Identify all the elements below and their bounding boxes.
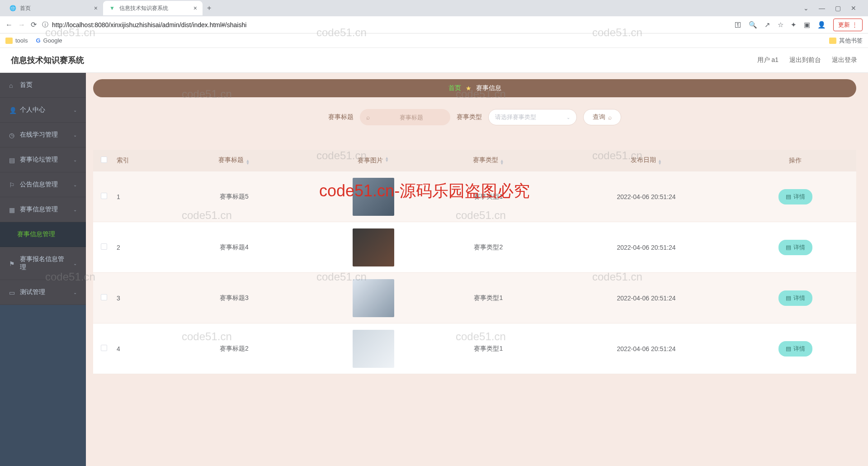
col-action: 操作	[734, 153, 856, 168]
search-row: 赛事标题 ⌕ 赛事类型 请选择赛事类型 ⌄ 查询⌕	[93, 109, 856, 125]
sidebar-item-test[interactable]: ▭测试管理⌄	[0, 280, 86, 305]
col-type[interactable]: 赛事类型▲▼	[419, 152, 558, 168]
update-button[interactable]: 更新 ⋮	[833, 19, 863, 31]
row-type: 赛事类型1	[419, 341, 558, 357]
panel-icon[interactable]: ▣	[804, 21, 810, 29]
row-index: 4	[115, 342, 140, 356]
minimize-icon[interactable]: —	[817, 3, 827, 14]
avatar-icon[interactable]: 👤	[817, 21, 826, 29]
globe-icon: 🌐	[9, 5, 16, 12]
window-controls: ⌄ — ▢ ✕	[802, 3, 864, 14]
sidebar-item-events[interactable]: ▦赛事信息管理⌄	[0, 197, 86, 222]
detail-button[interactable]: ▤详情	[778, 290, 812, 306]
search-icon: ⌕	[366, 114, 370, 121]
row-date: 2022-04-06 20:51:24	[558, 240, 734, 255]
chevron-down-icon: ⌄	[73, 157, 77, 162]
search-icon: ⌕	[608, 114, 612, 121]
chevron-down-icon: ⌄	[73, 261, 77, 266]
share-icon[interactable]: ↗	[764, 21, 770, 29]
reload-icon[interactable]: ⟳	[31, 20, 37, 29]
pin-icon: ⚐	[9, 181, 15, 188]
chevron-down-icon: ⌄	[73, 290, 77, 295]
bookmark-icon[interactable]: ☆	[778, 21, 783, 29]
row-title: 赛事标题2	[140, 341, 328, 357]
row-checkbox[interactable]	[101, 243, 107, 250]
logout-button[interactable]: 退出登录	[832, 56, 857, 64]
url-input[interactable]: ⓘ http://localhost:8080/xinxijishuzhishi…	[42, 21, 729, 29]
search-title-label: 赛事标题	[328, 113, 354, 121]
new-tab-button[interactable]: +	[203, 4, 216, 12]
sidebar-item-notice[interactable]: ⚐公告信息管理⌄	[0, 172, 86, 197]
row-type: 赛事类型2	[419, 240, 558, 255]
vue-icon: ▼	[108, 5, 116, 12]
extension-icon[interactable]: ✦	[791, 21, 797, 29]
select-all-checkbox[interactable]	[101, 157, 107, 163]
row-image	[353, 178, 394, 216]
breadcrumb-home[interactable]: 首页	[448, 84, 461, 92]
row-date: 2022-04-06 20:51:24	[558, 342, 734, 356]
row-type: 赛事类型1	[419, 189, 558, 204]
query-button[interactable]: 查询⌕	[583, 109, 621, 125]
col-image[interactable]: 赛事图片▲▼	[328, 153, 419, 168]
row-title: 赛事标题4	[140, 240, 328, 255]
table-header: 索引 赛事标题▲▼ 赛事图片▲▼ 赛事类型▲▼ 发布日期▲▼ 操作	[93, 150, 856, 171]
zoom-icon[interactable]: 🔍	[749, 21, 757, 29]
close-icon[interactable]: ×	[193, 5, 197, 12]
user-icon: 👤	[9, 107, 15, 113]
row-checkbox[interactable]	[101, 294, 107, 300]
detail-button[interactable]: ▤详情	[778, 341, 812, 357]
maximize-icon[interactable]: ▢	[833, 3, 843, 14]
events-table: 索引 赛事标题▲▼ 赛事图片▲▼ 赛事类型▲▼ 发布日期▲▼ 操作 1赛事标题5…	[93, 150, 856, 374]
bookmark-other[interactable]: 其他书签	[829, 37, 863, 45]
bookmark-bar: tools GGoogle 其他书签	[0, 33, 868, 48]
row-checkbox[interactable]	[101, 345, 107, 351]
close-window-icon[interactable]: ✕	[849, 3, 858, 14]
home-icon: ⌂	[9, 82, 15, 88]
sort-icon: ▲▼	[500, 159, 504, 165]
row-type: 赛事类型1	[419, 290, 558, 306]
grid-icon: ▦	[9, 206, 15, 213]
sort-icon: ▲▼	[658, 159, 662, 165]
info-icon[interactable]: ⓘ	[42, 21, 48, 29]
row-title: 赛事标题5	[140, 189, 328, 204]
close-icon[interactable]: ×	[94, 5, 98, 12]
bookmark-tools[interactable]: tools	[5, 37, 28, 44]
sidebar-item-study[interactable]: ◷在线学习管理⌄	[0, 123, 86, 147]
breadcrumb: 首页 ★ 赛事信息	[93, 79, 856, 97]
url-text: http://localhost:8080/xinxijishuzhishisa…	[52, 21, 246, 29]
back-icon[interactable]: ←	[5, 21, 13, 29]
row-checkbox[interactable]	[101, 193, 107, 199]
chevron-down-icon: ⌄	[73, 133, 77, 138]
row-date: 2022-04-06 20:51:24	[558, 291, 734, 305]
row-index: 2	[115, 240, 140, 255]
current-user[interactable]: 用户 a1	[757, 56, 778, 64]
forward-icon[interactable]: →	[18, 21, 25, 29]
row-index: 3	[115, 291, 140, 305]
search-type-select[interactable]: 请选择赛事类型 ⌄	[488, 109, 577, 125]
sidebar-item-signup[interactable]: ⚑赛事报名信息管理⌄	[0, 247, 86, 280]
detail-button[interactable]: ▤详情	[778, 240, 812, 255]
search-title-input[interactable]	[373, 114, 449, 121]
sidebar-subitem-events[interactable]: 赛事信息管理	[0, 222, 86, 247]
exit-to-front-button[interactable]: 退出到前台	[789, 56, 821, 64]
key-icon[interactable]: ⚿	[735, 21, 741, 29]
doc-icon: ▤	[786, 193, 791, 200]
detail-button[interactable]: ▤详情	[778, 189, 812, 204]
col-date[interactable]: 发布日期▲▼	[558, 152, 734, 168]
sidebar-item-forum[interactable]: ▤赛事论坛管理⌄	[0, 147, 86, 172]
flag-icon: ⚑	[9, 260, 15, 266]
chevron-down-icon: ⌄	[73, 182, 77, 187]
table-row: 3赛事标题3赛事类型12022-04-06 20:51:24▤详情	[93, 273, 856, 323]
table-row: 2赛事标题4赛事类型22022-04-06 20:51:24▤详情	[93, 222, 856, 273]
list-icon: ▤	[9, 157, 15, 163]
sidebar-item-profile[interactable]: 👤个人中心⌄	[0, 98, 86, 123]
col-title[interactable]: 赛事标题▲▼	[140, 152, 328, 168]
sidebar-item-home[interactable]: ⌂首页	[0, 73, 86, 98]
tab-home[interactable]: 🌐 首页 ×	[4, 1, 103, 15]
doc-icon: ▤	[786, 244, 791, 251]
row-image	[353, 330, 394, 368]
tab-app[interactable]: ▼ 信息技术知识赛系统 ×	[103, 1, 203, 15]
chevron-down-icon[interactable]: ⌄	[802, 3, 811, 14]
bookmark-google[interactable]: GGoogle	[36, 37, 62, 44]
select-placeholder: 请选择赛事类型	[495, 113, 536, 121]
